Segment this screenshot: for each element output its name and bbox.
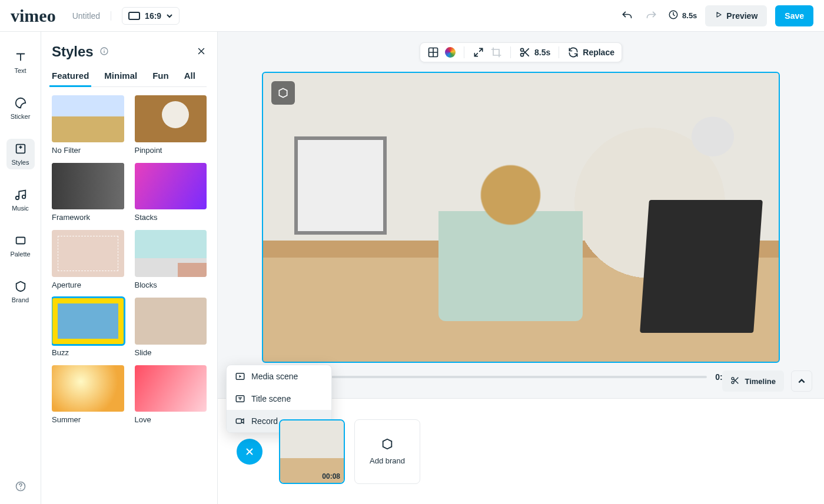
scissors-icon xyxy=(519,46,531,58)
style-slide[interactable]: Slide xyxy=(135,298,207,357)
save-button[interactable]: Save xyxy=(775,5,813,26)
rail-item-styles[interactable]: Styles xyxy=(6,139,35,169)
rail-item-text[interactable]: Text xyxy=(6,47,35,78)
close-panel-button[interactable] xyxy=(196,46,207,58)
add-scene-fab[interactable] xyxy=(237,439,263,465)
music-icon xyxy=(14,188,27,201)
canvas-toolbar: 8.5s Replace xyxy=(420,42,622,62)
close-icon xyxy=(196,46,207,56)
project-title[interactable]: Untitled xyxy=(72,11,111,21)
media-scene-icon xyxy=(235,371,245,382)
style-love[interactable]: Love xyxy=(135,365,207,425)
trim-duration: 8.5s xyxy=(534,48,550,57)
style-label: Love xyxy=(135,415,207,424)
rail-label: Text xyxy=(14,67,26,74)
hexagon-icon xyxy=(381,438,394,450)
svg-rect-13 xyxy=(236,419,241,423)
crop-button[interactable] xyxy=(490,46,502,58)
style-thumb xyxy=(52,95,124,142)
scissors-icon xyxy=(730,376,740,387)
style-thumb xyxy=(135,365,207,412)
color-wheel-icon xyxy=(445,47,456,58)
play-icon xyxy=(715,11,723,21)
aspect-ratio-value: 16:9 xyxy=(145,11,161,21)
brand-overlay-badge[interactable] xyxy=(271,81,295,105)
tab-all[interactable]: All xyxy=(184,71,195,81)
crop-icon xyxy=(490,46,502,58)
add-brand-label: Add brand xyxy=(370,456,405,465)
style-aperture[interactable]: Aperture xyxy=(52,230,124,289)
help-button[interactable] xyxy=(12,478,29,495)
style-thumb xyxy=(52,298,124,345)
trim-button[interactable]: 8.5s xyxy=(519,46,550,58)
expand-timeline-button[interactable] xyxy=(791,371,812,392)
style-pinpoint[interactable]: Pinpoint xyxy=(135,95,207,155)
rail-label: Music xyxy=(12,205,29,212)
style-no-filter[interactable]: No Filter xyxy=(52,95,124,155)
total-duration-value: 8.5s xyxy=(682,11,697,20)
rail-item-sticker[interactable]: Sticker xyxy=(6,93,35,124)
info-icon[interactable] xyxy=(99,46,109,58)
style-label: Pinpoint xyxy=(135,146,207,155)
vimeo-logo[interactable]: vimeo xyxy=(11,6,56,26)
style-stacks[interactable]: Stacks xyxy=(135,163,207,222)
sticker-icon xyxy=(14,96,27,109)
chevron-down-icon xyxy=(166,12,173,19)
style-summer[interactable]: Summer xyxy=(52,365,124,425)
menu-label: Record xyxy=(251,416,278,426)
style-label: Slide xyxy=(135,348,207,357)
save-label: Save xyxy=(785,11,804,21)
style-thumb xyxy=(135,95,207,142)
style-label: Buzz xyxy=(52,348,124,357)
scrubber: Scene 1 0:00.00 / 0:08.46 xyxy=(262,372,780,382)
timeline-button[interactable]: Timeline xyxy=(722,371,784,392)
expand-icon xyxy=(473,46,484,58)
aspect-ratio-picker[interactable]: 16:9 xyxy=(122,7,180,25)
style-thumb xyxy=(135,230,207,277)
rail-label: Sticker xyxy=(11,113,31,120)
style-framework[interactable]: Framework xyxy=(52,163,124,222)
video-canvas[interactable] xyxy=(262,72,780,363)
menu-title-scene[interactable]: Title scene xyxy=(227,388,331,410)
layout-button[interactable] xyxy=(427,46,439,58)
clock-icon xyxy=(668,9,679,22)
tab-featured[interactable]: Featured xyxy=(52,71,89,81)
menu-media-scene[interactable]: Media scene xyxy=(227,365,331,388)
style-label: Framework xyxy=(52,213,124,222)
scrubber-track[interactable] xyxy=(301,376,707,378)
fit-button[interactable] xyxy=(473,46,484,58)
styles-panel: Styles Featured Minimal Fun All No Filte… xyxy=(41,32,218,504)
style-label: Stacks xyxy=(135,213,207,222)
hexagon-icon xyxy=(277,87,289,99)
tab-fun[interactable]: Fun xyxy=(152,71,169,81)
palette-icon xyxy=(14,234,27,247)
rail-item-palette[interactable]: Palette xyxy=(6,231,35,261)
style-buzz[interactable]: Buzz xyxy=(52,298,124,357)
text-icon xyxy=(14,51,27,64)
rail-item-brand[interactable]: Brand xyxy=(6,276,35,307)
rail-label: Brand xyxy=(12,296,29,303)
timeline-strip: Timeline Media scene Title scene xyxy=(218,398,824,504)
total-duration: 8.5s xyxy=(668,9,697,22)
preview-button[interactable]: Preview xyxy=(705,5,767,26)
help-icon xyxy=(15,480,26,492)
redo-button[interactable] xyxy=(643,8,660,24)
chevron-up-icon xyxy=(798,377,806,385)
record-icon xyxy=(235,416,245,426)
rail-label: Palette xyxy=(10,251,30,258)
scene-decor xyxy=(438,159,583,321)
style-thumb xyxy=(52,163,124,210)
scene-thumbnail-1[interactable]: 00:08 xyxy=(279,419,345,484)
undo-button[interactable] xyxy=(619,8,635,24)
color-button[interactable] xyxy=(445,47,456,58)
app-header: vimeo Untitled 16:9 8.5s Preview xyxy=(0,0,824,32)
rail-item-music[interactable]: Music xyxy=(6,185,35,215)
menu-label: Title scene xyxy=(251,394,291,403)
replace-button[interactable]: Replace xyxy=(567,46,614,58)
style-blocks[interactable]: Blocks xyxy=(135,230,207,289)
svg-rect-0 xyxy=(129,12,139,19)
style-label: No Filter xyxy=(52,146,124,155)
style-label: Blocks xyxy=(135,281,207,289)
tab-minimal[interactable]: Minimal xyxy=(104,71,137,81)
add-brand-card[interactable]: Add brand xyxy=(354,419,420,484)
